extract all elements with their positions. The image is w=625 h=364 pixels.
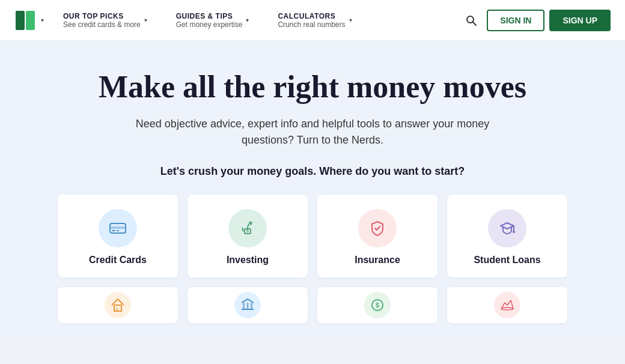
guides-chevron: ▾ [246,17,249,23]
student-loans-icon [497,218,517,238]
investing-label: Investing [227,255,269,265]
navbar: ▾ OUR TOP PICKS See credit cards & more … [0,0,625,41]
calculators-chevron: ▾ [349,17,352,23]
category-card-money[interactable]: $ [317,287,438,323]
nav-item-top-picks[interactable]: OUR TOP PICKS See credit cards & more ▾ [53,0,166,41]
svg-rect-16 [247,303,249,309]
category-card-investing[interactable]: $ Investing [188,195,308,278]
credit-cards-icon-circle [99,209,137,247]
category-card-insurance[interactable]: Insurance [317,195,438,278]
nav-calculators-title: CALCULATORS [278,12,345,20]
student-loans-label: Student Loans [474,255,540,265]
category-card-banking[interactable] [188,287,308,323]
category-card-travel[interactable] [447,287,567,323]
svg-rect-1 [16,11,25,30]
travel-icon-circle [494,292,520,318]
nav-top-picks-title: OUR TOP PICKS [63,12,141,20]
category-card-student-loans[interactable]: Student Loans [447,195,567,278]
credit-cards-icon [108,218,128,238]
category-card-home[interactable] [58,287,178,323]
student-loans-icon-circle [488,209,526,247]
signin-button[interactable]: SIGN IN [487,10,544,31]
category-card-credit-cards[interactable]: Credit Cards [58,195,178,278]
svg-point-21 [501,308,513,310]
home-icon-circle [105,292,131,318]
hero-cta: Let's crush your money goals. Where do y… [160,165,465,178]
money-icon-circle: $ [364,292,391,318]
svg-point-12 [513,231,515,233]
travel-icon [499,297,516,314]
category-cards-row2: $ [14,287,611,323]
nav-guides-title: GUIDES & TIPS [176,12,243,20]
investing-icon: $ [237,218,258,238]
svg-rect-14 [116,308,118,311]
credit-cards-label: Credit Cards [89,255,147,265]
nav-top-picks-subtitle: See credit cards & more [63,20,141,29]
signup-button[interactable]: SIGN UP [549,10,611,31]
svg-line-4 [473,22,477,25]
nav-guides-subtitle: Get money expertise [176,20,243,29]
svg-text:$: $ [246,229,249,233]
category-cards-row1: Credit Cards $ Investing I [14,195,611,278]
hero-subtitle: Need objective advice, expert info and h… [108,116,517,148]
banking-icon-circle [234,292,261,318]
hero-title: Make all the right money moves [99,70,526,104]
svg-rect-15 [243,303,245,309]
logo-area[interactable] [14,10,36,31]
nav-item-calculators[interactable]: CALCULATORS Crunch real numbers ▾ [268,0,371,41]
search-button[interactable] [460,10,482,31]
nerdwallet-logo-icon [14,10,36,31]
money-icon: $ [369,297,386,314]
svg-rect-2 [26,11,35,30]
insurance-icon [367,218,388,238]
home-icon [109,297,126,314]
svg-rect-18 [242,309,254,310]
banking-icon [239,297,256,314]
svg-rect-8 [117,230,119,231]
logo-chevron[interactable]: ▾ [41,17,44,23]
insurance-label: Insurance [355,255,400,265]
search-icon [465,14,477,26]
insurance-icon-circle [358,209,397,247]
nav-calculators-subtitle: Crunch real numbers [278,20,345,29]
svg-rect-7 [112,230,115,231]
svg-rect-6 [110,226,126,229]
svg-text:$: $ [376,302,379,309]
nav-item-guides-tips[interactable]: GUIDES & TIPS Get money expertise ▾ [166,0,269,41]
hero-section: Make all the right money moves Need obje… [0,41,625,342]
investing-icon-circle: $ [228,209,267,247]
svg-rect-17 [251,303,252,309]
top-picks-chevron: ▾ [144,17,147,23]
